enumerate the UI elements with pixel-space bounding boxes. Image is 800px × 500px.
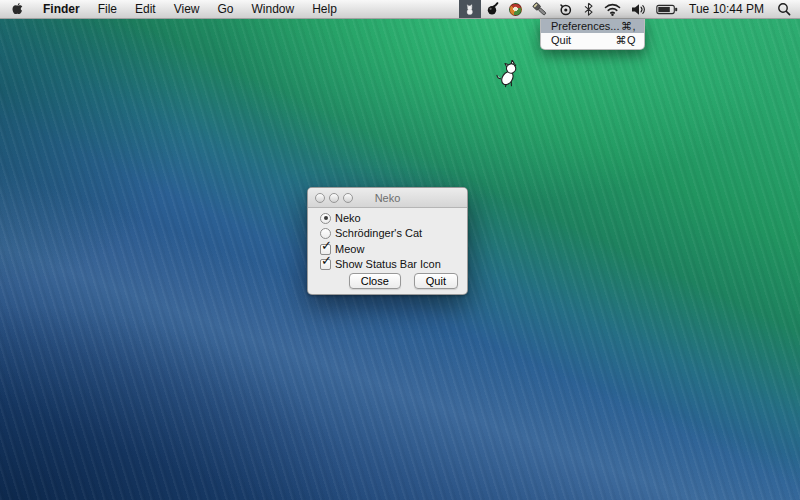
quit-button[interactable]: Quit [414, 273, 458, 289]
wifi-icon[interactable] [599, 0, 626, 18]
neko-window: Neko Neko Schrödinger's Cat ✓ Meow ✓ Sho… [307, 187, 468, 295]
menu-window[interactable]: Window [243, 0, 304, 18]
menu-file[interactable]: File [89, 0, 126, 18]
checkbox-checked[interactable]: ✓ [320, 259, 331, 270]
zoom-window-button[interactable] [343, 193, 353, 203]
menu-edit[interactable]: Edit [126, 0, 165, 18]
radio-label: Schrödinger's Cat [335, 227, 422, 239]
window-titlebar[interactable]: Neko [308, 188, 467, 208]
menu-item-label: Preferences... [551, 20, 619, 32]
menu-bar-left: Finder File Edit View Go Window Help [0, 0, 346, 18]
radio-option-schrodingers-cat[interactable]: Schrödinger's Cat [320, 227, 422, 239]
checkbox-label: Show Status Bar Icon [335, 258, 441, 270]
record-target-icon[interactable] [553, 0, 578, 18]
neko-cat-sprite [495, 60, 523, 90]
menu-bar: Finder File Edit View Go Window Help [0, 0, 800, 19]
menu-bar-clock[interactable]: Tue 10:44 PM [683, 2, 772, 16]
window-title: Neko [375, 192, 401, 204]
menu-item-label: Quit [551, 34, 571, 46]
menu-help[interactable]: Help [303, 0, 346, 18]
apple-logo-icon [11, 2, 24, 16]
checkbox-label: Meow [335, 243, 364, 255]
menu-item-shortcut: ⌘, [621, 20, 636, 33]
apple-menu[interactable] [0, 0, 34, 18]
window-button-row: Close Quit [349, 273, 458, 289]
minimize-window-button[interactable] [329, 193, 339, 203]
running-cat-icon [495, 60, 523, 90]
menu-go[interactable]: Go [209, 0, 243, 18]
menu-view[interactable]: View [165, 0, 209, 18]
menu-item-preferences[interactable]: Preferences... ⌘, [541, 19, 644, 33]
menu-finder[interactable]: Finder [34, 0, 89, 18]
spotlight-icon[interactable] [772, 0, 800, 18]
battery-icon[interactable] [651, 0, 683, 18]
flashlight-icon[interactable] [527, 0, 553, 18]
traffic-lights [315, 193, 353, 203]
volume-icon[interactable] [626, 0, 651, 18]
close-button[interactable]: Close [349, 273, 401, 289]
menu-bar-status-area: Tue 10:44 PM [459, 0, 800, 18]
checkbox-option-show-status-bar-icon[interactable]: ✓ Show Status Bar Icon [320, 258, 441, 270]
checkmark-icon: ✓ [321, 239, 332, 252]
radio-option-neko[interactable]: Neko [320, 212, 361, 224]
bluetooth-icon[interactable] [578, 0, 599, 18]
menu-item-shortcut: ⌘Q [615, 34, 636, 47]
menu-item-quit[interactable]: Quit ⌘Q [541, 33, 644, 47]
cat-icon [464, 2, 476, 17]
radio-button-unselected[interactable] [320, 228, 331, 239]
neko-status-menu: Preferences... ⌘, Quit ⌘Q [540, 19, 645, 50]
checkmark-icon: ✓ [321, 254, 332, 267]
radio-button-selected[interactable] [320, 213, 331, 224]
radio-label: Neko [335, 212, 361, 224]
comma-icon[interactable] [481, 0, 504, 18]
neko-status-item[interactable] [459, 0, 481, 18]
close-window-button[interactable] [315, 193, 325, 203]
color-wheel-icon[interactable] [504, 0, 527, 18]
